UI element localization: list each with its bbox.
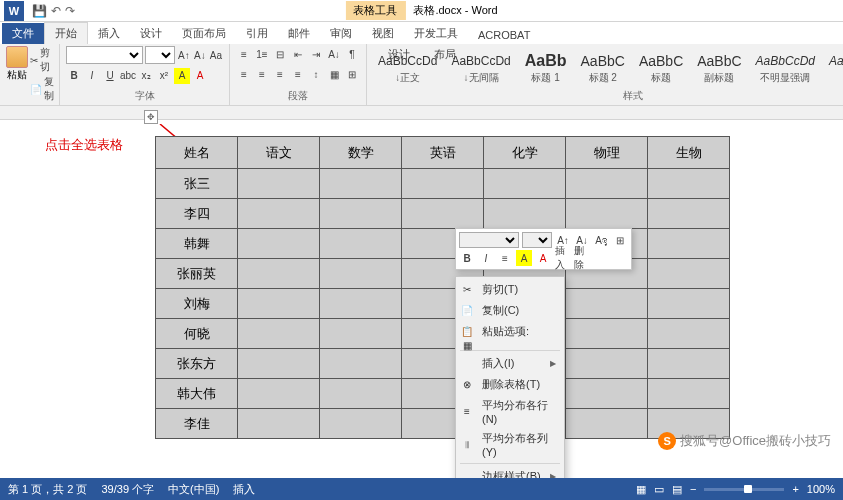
grow-font-icon[interactable]: A↑ [177,47,191,63]
font-size-select[interactable] [145,46,175,64]
bold-button[interactable]: B [66,68,82,84]
menu-copy[interactable]: 📄复制(C) [456,300,564,321]
table-row: 韩大伟 [156,379,730,409]
ruler[interactable] [0,106,843,120]
ribbon-tabs: 文件 开始 插入 设计 页面布局 引用 邮件 审阅 视图 开发工具 ACROBA… [0,22,843,44]
justify-icon[interactable]: ≡ [290,67,306,83]
tab-view[interactable]: 视图 [362,23,404,44]
tab-developer[interactable]: 开发工具 [404,23,468,44]
decrease-indent-icon[interactable]: ⇤ [290,46,306,62]
table-header[interactable]: 语文 [238,137,320,169]
group-font: A↑ A↓ Aa B I U abc x₂ x² A A 字体 [60,44,230,105]
menu-distribute-cols[interactable]: ⫴平均分布各列(Y) [456,428,564,461]
view-web-icon[interactable]: ▤ [672,483,682,496]
menu-distribute-rows[interactable]: ≡平均分布各行(N) [456,395,564,428]
mini-border-icon[interactable]: ⊞ [612,232,628,248]
table-header[interactable]: 生物 [648,137,730,169]
align-center-icon[interactable]: ≡ [254,67,270,83]
line-spacing-icon[interactable]: ↕ [308,67,324,83]
table-header[interactable]: 化学 [484,137,566,169]
group-label: 字体 [66,87,223,103]
word-icon: W [4,1,24,21]
table-select-handle[interactable]: ✥ [144,110,158,124]
quick-access-toolbar[interactable]: 💾 ↶ ↷ [32,4,75,18]
ribbon: 粘贴 ✂ 剪切 📄 复制 🖌 格式刷 剪贴板 A↑ A↓ Aa B I U ab… [0,44,843,106]
view-print-icon[interactable]: ▦ [636,483,646,496]
zoom-slider[interactable] [704,488,784,491]
menu-cut[interactable]: ✂剪切(T) [456,279,564,300]
tab-mailings[interactable]: 邮件 [278,23,320,44]
table-header[interactable]: 姓名 [156,137,238,169]
align-right-icon[interactable]: ≡ [272,67,288,83]
mini-delete-button[interactable]: 删除 [573,250,589,266]
status-mode[interactable]: 插入 [233,482,255,497]
tab-home[interactable]: 开始 [44,22,88,44]
document-table[interactable]: 姓名 语文 数学 英语 化学 物理 生物 张三 李四 韩舞 张丽英 刘梅 何晓 … [155,136,730,439]
status-bar: 第 1 页，共 2 页 39/39 个字 中文(中国) 插入 ▦ ▭ ▤ − +… [0,478,843,500]
font-family-select[interactable] [66,46,143,64]
tab-layout[interactable]: 页面布局 [172,23,236,44]
zoom-level[interactable]: 100% [807,483,835,495]
tab-design[interactable]: 设计 [130,23,172,44]
change-case-icon[interactable]: Aa [209,47,223,63]
show-marks-icon[interactable]: ¶ [344,46,360,62]
tab-references[interactable]: 引用 [236,23,278,44]
mini-insert-button[interactable]: 插入 [554,250,570,266]
table-header[interactable]: 物理 [566,137,648,169]
table-row: 韩舞 [156,229,730,259]
undo-icon[interactable]: ↶ [51,4,61,18]
mini-toolbar[interactable]: A↑ A↓ Aೄ ⊞ B I ≡ A A 插入 删除 [455,228,632,270]
mini-font-select[interactable] [459,232,519,248]
table-row: 刘梅 [156,289,730,319]
borders-icon[interactable]: ⊞ [344,67,360,83]
zoom-out-icon[interactable]: − [690,483,696,495]
view-read-icon[interactable]: ▭ [654,483,664,496]
shading-icon[interactable]: ▦ [326,67,342,83]
subscript-button[interactable]: x₂ [138,68,154,84]
numbering-icon[interactable]: 1≡ [254,46,270,62]
bullets-icon[interactable]: ≡ [236,46,252,62]
mini-align-icon[interactable]: ≡ [497,250,513,266]
mini-highlight-icon[interactable]: A [516,250,532,266]
italic-button[interactable]: I [84,68,100,84]
tab-review[interactable]: 审阅 [320,23,362,44]
save-icon[interactable]: 💾 [32,4,47,18]
table-header-row: 姓名 语文 数学 英语 化学 物理 生物 [156,137,730,169]
highlight-button[interactable]: A [174,68,190,84]
increase-indent-icon[interactable]: ⇥ [308,46,324,62]
shrink-font-icon[interactable]: A↓ [193,47,207,63]
font-color-button[interactable]: A [192,68,208,84]
tab-insert[interactable]: 插入 [88,23,130,44]
mini-bold-icon[interactable]: B [459,250,475,266]
table-header[interactable]: 数学 [320,137,402,169]
cut-button[interactable]: ✂ 剪切 [30,46,54,74]
status-lang[interactable]: 中文(中国) [168,482,219,497]
superscript-button[interactable]: x² [156,68,172,84]
mini-fontcolor-icon[interactable]: A [535,250,551,266]
redo-icon[interactable]: ↷ [65,4,75,18]
menu-border-styles[interactable]: 边框样式(B)▶ [456,466,564,478]
menu-paste-option-1[interactable]: ▦ [456,342,564,348]
underline-button[interactable]: U [102,68,118,84]
status-words[interactable]: 39/39 个字 [101,482,154,497]
mini-styles-icon[interactable]: Aೄ [593,232,609,248]
mini-size-select[interactable] [522,232,552,248]
menu-delete-table[interactable]: ⊗删除表格(T) [456,374,564,395]
sort-icon[interactable]: A↓ [326,46,342,62]
cut-icon: ✂ [460,283,474,297]
align-left-icon[interactable]: ≡ [236,67,252,83]
menu-insert[interactable]: 插入(I)▶ [456,353,564,374]
table-row: 李佳 [156,409,730,439]
contextual-tool-label: 表格工具 [345,1,405,20]
zoom-in-icon[interactable]: + [792,483,798,495]
tab-acrobat[interactable]: ACROBAT [468,26,540,44]
table-header[interactable]: 英语 [402,137,484,169]
dist-rows-icon: ≡ [460,405,474,419]
mini-italic-icon[interactable]: I [478,250,494,266]
status-page[interactable]: 第 1 页，共 2 页 [8,482,87,497]
group-paragraph: ≡ 1≡ ⊟ ⇤ ⇥ A↓ ¶ ≡ ≡ ≡ ≡ ↕ ▦ ⊞ 段落 [230,44,367,105]
strike-button[interactable]: abc [120,68,136,84]
multilevel-icon[interactable]: ⊟ [272,46,288,62]
tab-file[interactable]: 文件 [2,23,44,44]
copy-button[interactable]: 📄 复制 [30,75,54,103]
